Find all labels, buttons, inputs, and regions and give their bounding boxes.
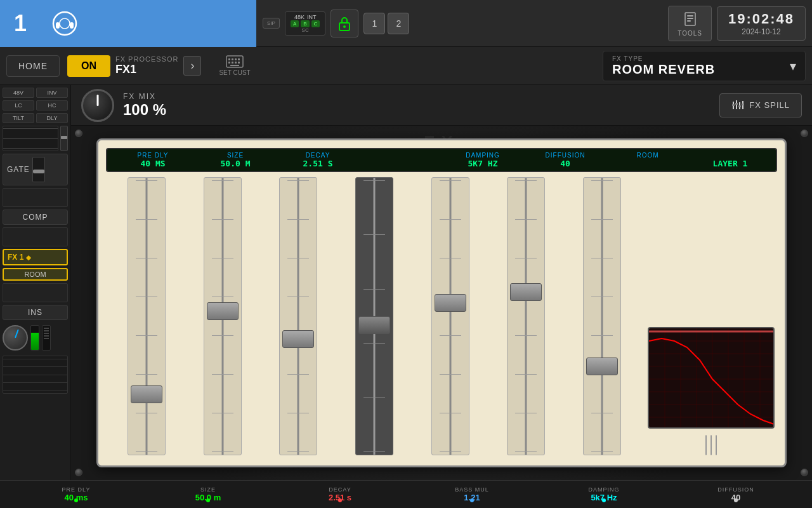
abc-btn-a[interactable]: A — [291, 20, 299, 27]
display-size: SIZE 50.0 M — [195, 152, 276, 168]
fx-type-dropdown[interactable]: ▾ — [790, 58, 796, 74]
set-cust-button[interactable]: SET CUST — [219, 55, 250, 76]
gate-button[interactable]: GATE — [3, 154, 68, 185]
channel-icon-area — [41, 0, 256, 47]
fader-track-mult[interactable] — [355, 177, 393, 455]
ins-button[interactable]: INS — [3, 305, 68, 320]
fader-track-pre-dly[interactable] — [128, 177, 166, 455]
fader-track-room[interactable] — [583, 177, 621, 455]
sidebar-hc[interactable]: HC — [36, 100, 68, 110]
display-label-pre-dly: PRE DLY — [137, 152, 168, 159]
fader-handle-mult[interactable] — [358, 316, 390, 334]
display-room: ROOM — [607, 152, 688, 168]
rdb-3[interactable] — [716, 435, 717, 455]
fx1-room[interactable]: ROOM — [3, 268, 68, 281]
fader-handle-size[interactable] — [207, 302, 239, 320]
fader-line — [515, 180, 537, 181]
screw-tl — [75, 130, 82, 137]
param-dot-decay — [338, 498, 342, 502]
abc-btn-b[interactable]: B — [301, 20, 309, 27]
level-knob[interactable] — [3, 325, 28, 351]
fader-handle-pre-dly[interactable] — [131, 385, 162, 403]
rdb-2[interactable] — [710, 435, 712, 455]
fx-type-block[interactable]: FX TYPE ROOM REVERB ▾ — [603, 51, 806, 81]
fader-handle-damping[interactable] — [435, 294, 466, 312]
fader-line — [136, 297, 157, 297]
fader-line — [363, 234, 385, 235]
svg-rect-8 — [687, 18, 693, 19]
param-name-damping: DAMPING — [588, 486, 619, 493]
sidebar-dly[interactable]: DLY — [36, 113, 68, 123]
fader-mult — [336, 177, 412, 455]
fader-line — [515, 258, 537, 258]
fader-handle-decay[interactable] — [282, 330, 314, 348]
screw-br — [801, 469, 808, 476]
fader-line — [287, 219, 309, 220]
set-cust-label: SET CUST — [219, 69, 250, 76]
svg-rect-25 — [735, 103, 738, 105]
fader-decay — [260, 177, 336, 455]
fader-line — [212, 451, 233, 452]
param-name-pre-dly: PRE DLY — [62, 486, 91, 493]
display-decay: DECAY 2.51 S — [277, 152, 358, 168]
fader-track-damping[interactable] — [431, 177, 469, 455]
tools-icon — [681, 10, 699, 28]
blank-slot-2 — [3, 227, 68, 246]
main-area: FX MIX 100 % FX SPILL FX — [71, 85, 812, 480]
svg-rect-7 — [687, 15, 693, 17]
fader-track-decay[interactable] — [279, 177, 317, 455]
fader-line — [591, 180, 613, 181]
fx1-button[interactable]: FX 1 ◆ — [3, 249, 68, 265]
fx-proc-title: FX PROCESSOR — [115, 55, 178, 63]
tools-label: TOOLS — [678, 30, 702, 37]
keyboard-icon — [226, 55, 244, 68]
lock-button[interactable] — [331, 10, 358, 37]
num-btn-1[interactable]: 1 — [363, 13, 385, 34]
fader-line — [287, 180, 309, 181]
fader-line — [363, 451, 385, 452]
num-btn-2[interactable]: 2 — [388, 13, 409, 34]
param-dot-pre-dly — [74, 498, 78, 502]
fx-proc-arrow[interactable]: › — [183, 56, 201, 76]
svg-point-5 — [343, 25, 346, 28]
fader-diffusion — [488, 177, 565, 455]
svg-rect-2 — [56, 22, 60, 29]
fader-line — [136, 374, 157, 375]
fader-line — [440, 374, 461, 375]
fx-panel: PRE DLY 40 MS SIZE 50.0 M DECAY 2.51 S — [96, 138, 787, 467]
fader-handle-diffusion[interactable] — [510, 283, 542, 301]
svg-point-1 — [60, 18, 70, 29]
fader-area — [98, 172, 785, 465]
fader-lines — [515, 180, 537, 452]
fader-line — [363, 289, 385, 290]
fx-mix-knob[interactable] — [81, 89, 114, 122]
tools-button[interactable]: TOOLS — [668, 6, 712, 41]
display-value-size: 50.0 M — [221, 159, 251, 168]
fader-handle-room[interactable] — [586, 358, 618, 375]
sidebar-tilt[interactable]: TILT — [3, 113, 34, 123]
sidebar-lc[interactable]: LC — [3, 100, 34, 110]
fx-spill-button[interactable]: FX SPILL — [719, 93, 802, 117]
num-buttons: 1 2 — [363, 13, 409, 34]
rdb-1[interactable] — [705, 435, 707, 455]
blank-slot-3 — [3, 283, 68, 302]
home-button[interactable]: HOME — [6, 55, 60, 77]
display-value-pre-dly: 40 MS — [140, 159, 165, 168]
display-value-diffusion: 40 — [560, 159, 570, 168]
clock-time: 19:02:48 — [726, 11, 796, 27]
sidebar-inv[interactable]: INV — [36, 88, 68, 98]
fx-unit: FX PRE DLY 40 MS SIZE 50.0 M — [71, 126, 812, 480]
bottom-bar: PRE DLY 40 ms SIZE 50.0 m DECAY 2.51 s B… — [0, 480, 812, 508]
fx-spill-label: FX SPILL — [749, 100, 790, 110]
abc-btn-c[interactable]: C — [311, 20, 320, 27]
on-button[interactable]: ON — [67, 55, 110, 77]
svg-rect-11 — [228, 58, 230, 60]
comp-button[interactable]: COMP — [3, 210, 68, 225]
fader-track-size[interactable] — [204, 177, 242, 455]
svg-rect-27 — [742, 104, 744, 105]
fader-line — [440, 451, 461, 452]
fader-track-diffusion[interactable] — [507, 177, 545, 455]
sidebar-48v[interactable]: 48V — [3, 88, 34, 98]
display-value-layer: LAYER 1 — [713, 159, 748, 168]
gate-fader — [32, 157, 45, 182]
